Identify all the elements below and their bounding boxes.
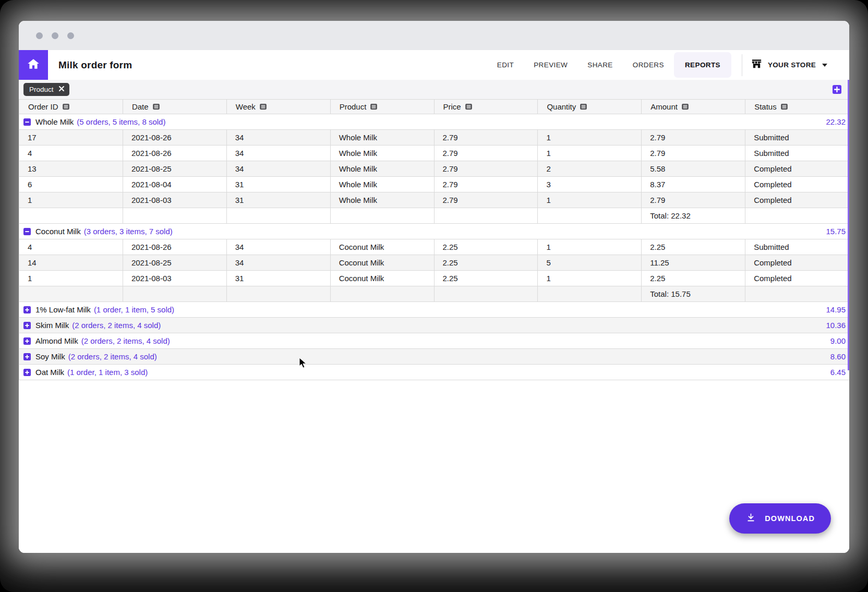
group-summary: (2 orders, 2 items, 4 sold) [72,321,161,330]
column-header-week[interactable]: Week [227,100,331,114]
cell-empty [19,208,123,223]
column-header-price[interactable]: Price [435,100,538,114]
expand-icon[interactable] [23,306,31,313]
cell-price: 2.79 [435,146,538,161]
nav-item-orders[interactable]: ORDERS [623,56,674,74]
column-header-date[interactable]: Date [123,100,227,114]
download-label: DOWNLOAD [765,514,815,523]
column-menu-icon[interactable] [465,104,472,110]
cell-product: Coconut Milk [331,239,435,255]
cell-quantity: 1 [538,130,642,145]
window-dot[interactable] [36,32,43,39]
group-row[interactable]: Coconut Milk(3 orders, 3 items, 7 sold)1… [19,224,849,239]
table-row: 42021-08-2634Whole Milk2.7912.79Submitte… [19,146,849,161]
cell-quantity: 3 [538,177,642,192]
column-menu-icon[interactable] [260,104,267,110]
report-grid: Order IDDateWeekProductPriceQuantityAmou… [19,99,849,380]
cell-status: Completed [745,255,849,270]
screenshot-stage: Milk order form EDITPREVIEWSHAREORDERSRE… [0,0,868,592]
column-header-order-id[interactable]: Order ID [19,100,123,114]
column-header-label: Order ID [28,102,58,111]
cell-empty [435,286,538,301]
table-row: 12021-08-0331Coconut Milk2.2512.25Comple… [19,271,849,286]
cell-empty [435,208,538,223]
expand-icon[interactable] [23,369,31,376]
column-menu-icon[interactable] [153,104,160,110]
cell-amount: 8.37 [642,177,745,192]
group-name: Almond Milk [35,336,78,345]
window-titlebar [19,21,849,50]
cell-week: 34 [227,146,331,161]
store-menu-button[interactable]: YOUR STORE [751,58,827,72]
cell-date: 2021-08-26 [123,146,227,161]
cell-empty [745,208,849,223]
cell-order-id: 4 [19,146,123,161]
group-row[interactable]: Oat Milk(1 order, 1 item, 3 sold)6.45 [19,365,849,380]
window-dot[interactable] [67,32,74,39]
chevron-down-icon [822,64,827,67]
table-row: 42021-08-2634Coconut Milk2.2512.25Submit… [19,239,849,255]
add-column-button[interactable] [833,85,841,94]
cell-quantity: 2 [538,161,642,176]
download-button[interactable]: DOWNLOAD [729,503,831,534]
column-menu-icon[interactable] [63,104,69,110]
cell-product: Coconut Milk [331,255,435,270]
cell-order-id: 1 [19,271,123,286]
column-menu-icon[interactable] [682,104,689,110]
column-header-amount[interactable]: Amount [642,100,745,114]
cell-product: Whole Milk [331,161,435,176]
nav-item-share[interactable]: SHARE [577,56,623,74]
collapse-icon[interactable] [23,228,31,235]
cell-price: 2.25 [435,239,538,255]
window-dot[interactable] [52,32,58,39]
column-header-status[interactable]: Status [745,100,849,114]
column-header-product[interactable]: Product [331,100,435,114]
cell-price: 2.79 [435,177,538,192]
column-menu-icon[interactable] [781,104,788,110]
column-menu-icon[interactable] [370,104,377,110]
cell-status: Submitted [745,130,849,145]
filter-bar: Product [19,80,849,99]
group-row[interactable]: 1% Low-fat Milk(1 order, 1 item, 5 sold)… [19,302,849,318]
cell-week: 34 [227,255,331,270]
nav-item-preview[interactable]: PREVIEW [524,56,577,74]
cell-amount: 2.25 [642,239,745,255]
cell-product: Coconut Milk [331,271,435,286]
column-header-quantity[interactable]: Quantity [538,100,642,114]
cell-week: 34 [227,130,331,145]
cell-product: Whole Milk [331,177,435,192]
group-total: 9.00 [830,336,846,345]
cell-amount: 2.79 [642,146,745,161]
cell-week: 31 [227,177,331,192]
column-header-label: Amount [650,102,678,111]
cell-quantity: 5 [538,255,642,270]
group-row[interactable]: Whole Milk(5 orders, 5 items, 8 sold)22.… [19,114,849,130]
expand-icon[interactable] [23,337,31,345]
group-total: 14.95 [826,305,846,314]
group-row[interactable]: Almond Milk(2 orders, 2 items, 4 sold)9.… [19,333,849,349]
close-icon[interactable] [58,86,65,93]
group-row[interactable]: Soy Milk(2 orders, 2 items, 4 sold)8.60 [19,349,849,365]
cell-order-id: 17 [19,130,123,145]
nav-item-reports[interactable]: REPORTS [674,52,731,78]
expand-icon[interactable] [23,353,31,360]
group-summary: (5 orders, 5 items, 8 sold) [77,117,165,126]
group-row[interactable]: Skim Milk(2 orders, 2 items, 4 sold)10.3… [19,318,849,333]
collapse-icon[interactable] [23,118,31,126]
cell-price: 2.25 [435,271,538,286]
cell-price: 2.79 [435,161,538,176]
cell-empty [538,286,642,301]
report-content: Product Order IDDateWeekProductPriceQuan… [19,80,849,553]
group-by-chip[interactable]: Product [23,83,69,96]
cell-product: Whole Milk [331,192,435,208]
nav-item-edit[interactable]: EDIT [487,56,524,74]
cell-date: 2021-08-25 [123,161,227,176]
home-button[interactable] [19,50,48,80]
cell-amount: 2.79 [642,192,745,208]
cell-quantity: 1 [538,192,642,208]
expand-icon[interactable] [23,322,31,329]
grid-edge-strip [848,80,849,370]
cell-status: Submitted [745,146,849,161]
chip-label: Product [29,86,54,93]
column-menu-icon[interactable] [580,104,587,110]
